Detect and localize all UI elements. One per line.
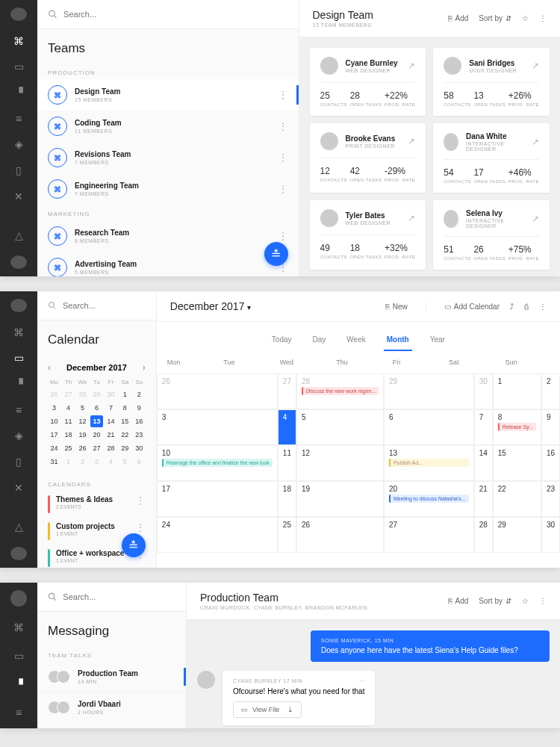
member-card[interactable]: Sani BridgesUI/UX DESIGNER↗58CONTACTS13O… bbox=[433, 48, 550, 116]
calendar-event[interactable]: Rearrage the office and finalize the new… bbox=[162, 459, 273, 467]
calendar-event[interactable]: Release Sy... bbox=[498, 423, 536, 431]
mini-day[interactable]: 24 bbox=[48, 442, 60, 454]
mini-day[interactable]: 26 bbox=[76, 442, 89, 454]
profile-dot[interactable] bbox=[10, 7, 27, 21]
mini-day[interactable]: 6 bbox=[133, 456, 146, 468]
view-tab[interactable]: Week bbox=[343, 329, 368, 351]
add-calendar-button[interactable]: ▭ Add Calendar bbox=[444, 303, 500, 311]
chat-icon[interactable]: ▝ bbox=[11, 677, 26, 692]
calendar-cell[interactable]: 11 bbox=[278, 445, 296, 481]
calendar-cell[interactable]: 19 bbox=[296, 481, 384, 517]
expand-icon[interactable]: ↗ bbox=[408, 136, 415, 146]
mini-day[interactable]: 26 bbox=[48, 388, 60, 400]
calendar-cell[interactable]: 21 bbox=[474, 481, 493, 517]
profile-dot[interactable] bbox=[10, 590, 27, 607]
mini-day[interactable]: 27 bbox=[90, 442, 103, 454]
list-icon[interactable]: ≡ bbox=[11, 705, 26, 720]
mini-day[interactable]: 28 bbox=[76, 388, 89, 400]
more-icon[interactable]: ⋮ bbox=[539, 14, 547, 22]
mini-day[interactable]: 15 bbox=[119, 415, 131, 427]
star-icon[interactable]: ☆ bbox=[522, 597, 529, 605]
calendar-cell[interactable]: 8Release Sy... bbox=[493, 409, 541, 445]
prev-month-icon[interactable]: ‹ bbox=[48, 362, 51, 373]
add-button[interactable]: ⎘ Add bbox=[448, 14, 469, 22]
calendar-event[interactable]: Publish Ad... bbox=[389, 459, 469, 467]
more-icon[interactable]: ⋮ bbox=[539, 597, 547, 605]
next-month-icon[interactable]: › bbox=[143, 362, 146, 373]
add-calendar-fab[interactable]: ≛ bbox=[122, 533, 146, 557]
calendar-cell[interactable]: 15 bbox=[493, 445, 541, 481]
layers-icon[interactable]: ◈ bbox=[11, 430, 26, 442]
mini-day[interactable]: 16 bbox=[133, 415, 146, 427]
member-card[interactable]: Tyler BatesWEB DESIGNER↗49CONTACTS18OPEN… bbox=[310, 200, 426, 270]
mini-day[interactable]: 2 bbox=[133, 388, 146, 400]
calendar-cell[interactable]: 7 bbox=[474, 409, 493, 445]
calendar-cell[interactable]: 9 bbox=[541, 409, 560, 445]
team-item[interactable]: ⌘Engineering Team7 MEMBERS⋮ bbox=[37, 173, 299, 205]
calendar-cell[interactable]: 13Publish Ad... bbox=[384, 445, 474, 481]
team-more-icon[interactable]: ⋮ bbox=[278, 184, 288, 194]
list-icon[interactable]: ≡ bbox=[11, 112, 26, 125]
mini-day[interactable]: 12 bbox=[76, 415, 89, 427]
calendar-cell[interactable]: 23 bbox=[541, 481, 560, 517]
mini-day[interactable]: 27 bbox=[62, 388, 75, 400]
mini-day[interactable]: 8 bbox=[119, 402, 131, 414]
mini-day[interactable]: 22 bbox=[119, 429, 131, 441]
expand-icon[interactable]: ↗ bbox=[408, 61, 415, 71]
calendar-icon[interactable]: ▭ bbox=[11, 61, 26, 73]
mini-day[interactable]: 2 bbox=[76, 456, 89, 468]
sort-button[interactable]: Sort by ⇵ bbox=[479, 14, 511, 22]
calendar-cell[interactable]: 17 bbox=[157, 481, 278, 517]
add-team-fab[interactable]: ≛ bbox=[264, 242, 288, 266]
calendar-cell[interactable]: 18 bbox=[278, 481, 296, 517]
bottom-dot[interactable] bbox=[10, 255, 27, 269]
calendar-cell[interactable]: 25 bbox=[278, 517, 296, 553]
share-icon[interactable]: ⤴ bbox=[510, 303, 514, 311]
mini-day[interactable]: 3 bbox=[48, 402, 60, 414]
calendar-more-icon[interactable]: ⋮ bbox=[135, 495, 146, 506]
expand-icon[interactable]: ↗ bbox=[532, 137, 539, 147]
view-tab[interactable]: Day bbox=[310, 329, 329, 351]
mini-day[interactable]: 4 bbox=[62, 402, 75, 414]
mini-day[interactable]: 3 bbox=[90, 456, 103, 468]
team-more-icon[interactable]: ⋮ bbox=[278, 152, 288, 163]
layers-icon[interactable]: ◈ bbox=[11, 138, 26, 151]
expand-icon[interactable]: ↗ bbox=[532, 214, 539, 224]
mini-day[interactable]: 10 bbox=[48, 415, 60, 427]
calendar-item[interactable]: Themes & Ideas2 EVENTS⋮ bbox=[37, 491, 156, 518]
team-item[interactable]: ⌘Advertising Team5 MEMBERS⋮ bbox=[37, 252, 299, 276]
profile-dot[interactable] bbox=[10, 299, 27, 312]
calendar-cell[interactable]: 16 bbox=[541, 445, 560, 481]
calendar-cell[interactable]: 3 bbox=[157, 409, 278, 445]
thread-item[interactable]: Jordi Vbaari2 HOURS bbox=[37, 692, 186, 723]
calendar-cell[interactable]: 22 bbox=[493, 481, 541, 517]
calendar-cell[interactable]: 1 bbox=[493, 374, 541, 409]
calendar-cell[interactable]: 30 bbox=[541, 517, 560, 553]
calendar-cell[interactable]: 29 bbox=[493, 517, 541, 553]
team-item[interactable]: ⌘Coding Team11 MEMBERS⋮ bbox=[37, 111, 299, 142]
expand-icon[interactable]: ↗ bbox=[532, 61, 539, 71]
thread-item[interactable]: Production Team14 MIN bbox=[37, 662, 186, 692]
team-item[interactable]: ⌘Research Team8 MEMBERS⋮ bbox=[37, 220, 299, 252]
mini-day[interactable]: 5 bbox=[119, 456, 131, 468]
view-file-button[interactable]: ▭ View File ⤓ bbox=[233, 701, 302, 718]
calendar-cell[interactable]: 5 bbox=[296, 409, 384, 445]
mini-day[interactable]: 23 bbox=[133, 429, 146, 441]
mini-day[interactable]: 28 bbox=[105, 442, 117, 454]
mini-day[interactable]: 30 bbox=[133, 442, 146, 454]
mini-day[interactable]: 29 bbox=[119, 442, 131, 454]
search-input[interactable] bbox=[63, 10, 287, 19]
mini-day[interactable]: 31 bbox=[48, 456, 60, 468]
calendar-cell[interactable]: 6 bbox=[384, 409, 474, 445]
chat-icon[interactable]: ▝ bbox=[11, 378, 26, 391]
mini-day[interactable]: 9 bbox=[133, 402, 146, 414]
mini-day[interactable]: 19 bbox=[76, 429, 89, 441]
calendar-cell[interactable]: 30 bbox=[474, 374, 493, 409]
mini-day[interactable]: 29 bbox=[90, 388, 103, 400]
calendar-cell[interactable]: 27 bbox=[278, 374, 296, 409]
teams-icon[interactable]: ⌘ bbox=[11, 34, 26, 47]
calendar-cell[interactable]: 24 bbox=[157, 517, 278, 553]
calendar-cell[interactable]: 28Discuss the new work regim... bbox=[296, 374, 384, 409]
calendar-cell[interactable]: 26 bbox=[296, 517, 384, 553]
teams-icon[interactable]: ⌘ bbox=[11, 326, 26, 338]
